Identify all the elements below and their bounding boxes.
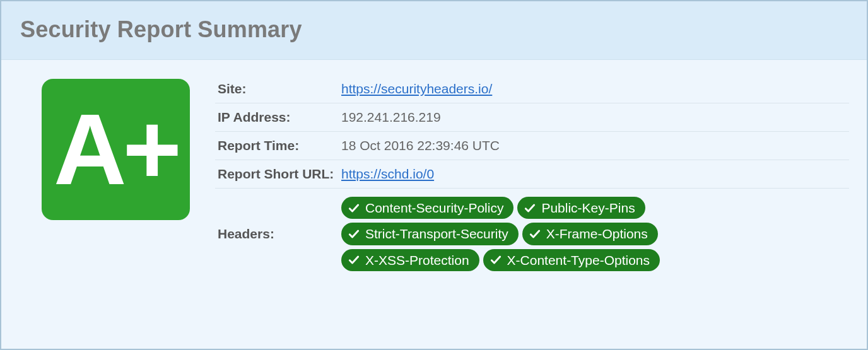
check-icon	[490, 254, 502, 266]
value-headers: Content-Security-PolicyPublic-Key-PinsSt…	[341, 189, 849, 280]
details-table: Site: https://securityheaders.io/ IP Add…	[215, 75, 849, 279]
check-icon	[348, 202, 360, 214]
check-icon	[348, 228, 360, 240]
header-pill-label: Strict-Transport-Security	[365, 225, 508, 243]
grade-badge: A+	[42, 79, 190, 220]
header-pill-label: Public-Key-Pins	[541, 199, 635, 217]
label-time: Report Time:	[215, 132, 341, 160]
header-pill-label: X-XSS-Protection	[365, 251, 469, 269]
row-site: Site: https://securityheaders.io/	[215, 75, 849, 103]
value-ip: 192.241.216.219	[341, 103, 849, 132]
header-pill-label: Content-Security-Policy	[365, 199, 503, 217]
label-ip: IP Address:	[215, 103, 341, 132]
header-pill: Strict-Transport-Security	[341, 223, 519, 245]
panel-title: Security Report Summary	[20, 16, 848, 43]
header-pill: X-XSS-Protection	[341, 249, 479, 271]
header-pill-row: Content-Security-PolicyPublic-Key-Pins	[341, 195, 843, 221]
label-short-url: Report Short URL:	[215, 160, 341, 189]
header-pill-row: X-XSS-ProtectionX-Content-Type-Options	[341, 247, 843, 273]
header-pill-row: Strict-Transport-SecurityX-Frame-Options	[341, 221, 843, 247]
check-icon	[524, 202, 536, 214]
value-site: https://securityheaders.io/	[341, 75, 849, 103]
security-report-panel: Security Report Summary A+ Site: https:/…	[0, 0, 868, 350]
header-pill-label: X-Frame-Options	[546, 225, 648, 243]
value-time: 18 Oct 2016 22:39:46 UTC	[341, 132, 849, 160]
header-pill: Public-Key-Pins	[517, 197, 645, 219]
row-ip: IP Address: 192.241.216.219	[215, 103, 849, 132]
row-short-url: Report Short URL: https://schd.io/0	[215, 160, 849, 189]
header-pill-label: X-Content-Type-Options	[507, 251, 650, 269]
label-headers: Headers:	[215, 189, 341, 280]
header-pill: X-Content-Type-Options	[483, 249, 660, 271]
row-headers: Headers: Content-Security-PolicyPublic-K…	[215, 189, 849, 280]
row-time: Report Time: 18 Oct 2016 22:39:46 UTC	[215, 132, 849, 160]
check-icon	[348, 254, 360, 266]
panel-header: Security Report Summary	[1, 1, 867, 60]
short-url-link[interactable]: https://schd.io/0	[341, 166, 434, 181]
grade-text: A+	[54, 99, 178, 200]
value-short-url: https://schd.io/0	[341, 160, 849, 189]
panel-body: A+ Site: https://securityheaders.io/ IP …	[1, 60, 867, 298]
header-pill: Content-Security-Policy	[341, 197, 513, 219]
header-pill: X-Frame-Options	[522, 223, 658, 245]
site-link[interactable]: https://securityheaders.io/	[341, 81, 492, 96]
check-icon	[529, 228, 541, 240]
label-site: Site:	[215, 75, 341, 103]
